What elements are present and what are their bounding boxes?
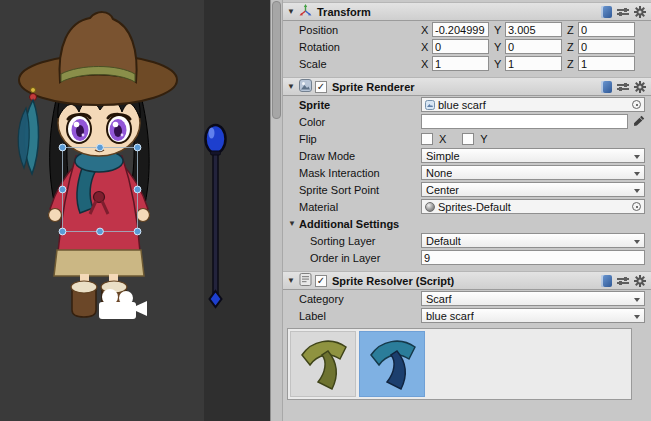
- additional-settings-foldout[interactable]: ▼ Additional Settings: [283, 215, 651, 232]
- object-picker-icon[interactable]: [632, 100, 641, 109]
- scale-z-field[interactable]: [578, 56, 635, 71]
- sprite-renderer-enabled-checkbox[interactable]: ✓: [315, 81, 327, 93]
- material-object-name: Sprites-Default: [438, 201, 511, 213]
- order-in-layer-row: Order in Layer: [283, 249, 651, 266]
- sorting-layer-value: Default: [426, 235, 461, 247]
- sprite-resolver-enabled-checkbox[interactable]: ✓: [315, 275, 327, 287]
- axis-y-label: Y: [494, 24, 505, 36]
- sorting-layer-row: Sorting Layer Default: [283, 232, 651, 249]
- sprite-renderer-header[interactable]: ▼ ✓ Sprite Renderer: [283, 77, 651, 96]
- material-row: Material Sprites-Default: [283, 198, 651, 215]
- mask-interaction-value: None: [426, 167, 452, 179]
- scene-view[interactable]: [0, 0, 270, 421]
- unity-editor-window: ▼ Transform Position X Y Z: [0, 0, 651, 421]
- gear-icon[interactable]: [634, 6, 646, 18]
- axis-y-label: Y: [494, 41, 505, 53]
- flip-x-label: X: [439, 133, 446, 145]
- material-label: Material: [283, 201, 421, 213]
- flip-x-checkbox[interactable]: [421, 133, 433, 145]
- gear-icon[interactable]: [634, 81, 646, 93]
- position-x-field[interactable]: [432, 22, 489, 37]
- foldout-arrow-icon[interactable]: ▼: [286, 82, 296, 91]
- mask-interaction-row: Mask Interaction None: [283, 164, 651, 181]
- position-row: Position X Y Z: [283, 21, 651, 38]
- help-icon[interactable]: [601, 275, 612, 287]
- position-y-field[interactable]: [505, 22, 562, 37]
- axis-z-label: Z: [567, 41, 578, 53]
- flip-label: Flip: [283, 133, 421, 145]
- sprite-resolver-header[interactable]: ▼ ✓ Sprite Resolver (Script): [283, 271, 651, 290]
- rotation-y-field[interactable]: [505, 39, 562, 54]
- draw-mode-label: Draw Mode: [283, 150, 421, 162]
- category-value: Scarf: [426, 293, 452, 305]
- object-picker-icon[interactable]: [632, 202, 641, 211]
- gear-icon[interactable]: [634, 275, 646, 287]
- order-in-layer-field[interactable]: [421, 250, 645, 265]
- sprite-resolver-icon: [299, 273, 312, 288]
- scene-canvas[interactable]: [0, 0, 270, 421]
- transform-title: Transform: [317, 6, 371, 18]
- sorting-layer-dropdown[interactable]: Default: [421, 233, 645, 248]
- sprite-object-field[interactable]: blue scarf: [421, 97, 645, 112]
- draw-mode-dropdown[interactable]: Simple: [421, 148, 645, 163]
- mask-interaction-label: Mask Interaction: [283, 167, 421, 179]
- sprite-renderer-icon: [299, 79, 312, 94]
- axis-z-label: Z: [567, 24, 578, 36]
- axis-z-label: Z: [567, 58, 578, 70]
- presets-icon[interactable]: [617, 82, 629, 92]
- label-value: blue scarf: [426, 310, 474, 322]
- flip-y-checkbox[interactable]: [462, 133, 474, 145]
- scale-y-field[interactable]: [505, 56, 562, 71]
- label-label: Label: [283, 310, 421, 322]
- color-label: Color: [283, 116, 421, 128]
- sprite-sort-point-label: Sprite Sort Point: [283, 184, 421, 196]
- category-dropdown[interactable]: Scarf: [421, 291, 645, 306]
- transform-icon: [299, 4, 312, 19]
- sprite-row: Sprite blue scarf: [283, 96, 651, 113]
- order-in-layer-label: Order in Layer: [283, 252, 421, 264]
- transform-header[interactable]: ▼ Transform: [283, 2, 651, 21]
- sprite-label: Sprite: [283, 99, 421, 111]
- help-icon[interactable]: [601, 6, 612, 18]
- label-row: Label blue scarf: [283, 307, 651, 324]
- scale-x-field[interactable]: [432, 56, 489, 71]
- sprite-variant-blue-scarf-selected[interactable]: [359, 331, 425, 397]
- flip-y-label: Y: [480, 133, 487, 145]
- mask-interaction-dropdown[interactable]: None: [421, 165, 645, 180]
- rotation-label: Rotation: [283, 41, 421, 53]
- green-scarf-thumbnail-icon: [294, 335, 352, 393]
- material-object-field[interactable]: Sprites-Default: [421, 199, 645, 214]
- presets-icon[interactable]: [617, 7, 629, 17]
- position-z-field[interactable]: [578, 22, 635, 37]
- position-label: Position: [283, 24, 421, 36]
- foldout-arrow-icon[interactable]: ▼: [286, 7, 296, 16]
- sprite-sort-point-dropdown[interactable]: Center: [421, 182, 645, 197]
- help-icon[interactable]: [601, 81, 612, 93]
- inspector-panel: ▼ Transform Position X Y Z: [283, 0, 651, 421]
- presets-icon[interactable]: [617, 276, 629, 286]
- color-row: Color: [283, 113, 651, 130]
- axis-x-label: X: [421, 41, 432, 53]
- material-sphere-icon: [425, 202, 435, 212]
- draw-mode-row: Draw Mode Simple: [283, 147, 651, 164]
- category-row: Category Scarf: [283, 290, 651, 307]
- sprite-sort-point-row: Sprite Sort Point Center: [283, 181, 651, 198]
- inspector-scrollbar[interactable]: [270, 0, 283, 421]
- sprite-sort-point-value: Center: [426, 184, 459, 196]
- sprite-variant-green-scarf[interactable]: [290, 331, 356, 397]
- sorting-layer-label: Sorting Layer: [283, 235, 421, 247]
- color-swatch[interactable]: [421, 114, 628, 129]
- foldout-arrow-icon[interactable]: ▼: [287, 219, 297, 228]
- rotation-z-field[interactable]: [578, 39, 635, 54]
- foldout-arrow-icon[interactable]: ▼: [286, 276, 296, 285]
- rotation-row: Rotation X Y Z: [283, 38, 651, 55]
- sprite-thumb-icon: [425, 100, 435, 110]
- label-dropdown[interactable]: blue scarf: [421, 308, 645, 323]
- axis-x-label: X: [421, 24, 432, 36]
- scale-row: Scale X Y Z: [283, 55, 651, 72]
- rotation-x-field[interactable]: [432, 39, 489, 54]
- axis-y-label: Y: [494, 58, 505, 70]
- axis-x-label: X: [421, 58, 432, 70]
- eyedropper-icon[interactable]: [633, 115, 645, 129]
- scrollbar-thumb[interactable]: [272, 1, 281, 119]
